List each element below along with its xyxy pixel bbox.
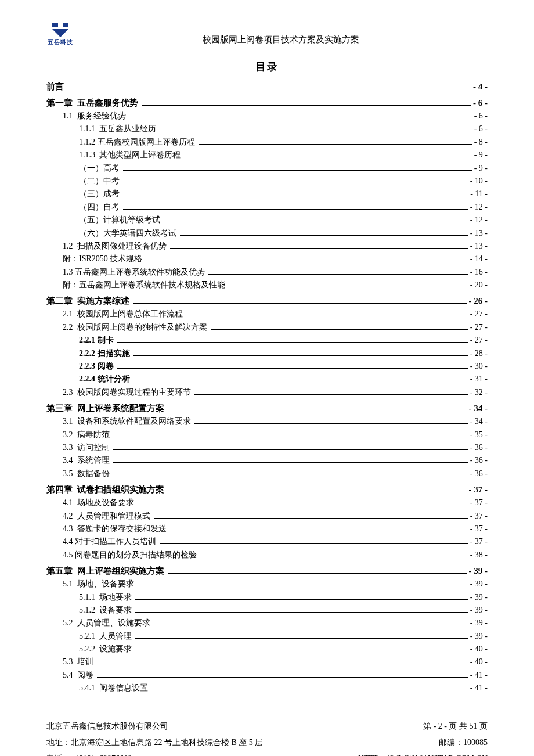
toc-entry-page: - 39 - xyxy=(470,578,488,591)
toc-leader-line xyxy=(211,329,468,330)
toc-entry[interactable]: 5.1.2 设备要求- 39 - xyxy=(46,604,488,617)
toc-entry-page: - 12 - xyxy=(470,201,488,214)
toc-entry-page: - 6 - xyxy=(473,96,488,110)
toc-entry-label: 2.2.2 扫描实施 xyxy=(79,347,130,360)
toc-entry[interactable]: 4.1 场地及设备要求- 37 - xyxy=(46,496,488,509)
toc-entry[interactable]: 4.5 阅卷题目的划分及扫描结果的检验- 38 - xyxy=(46,549,488,561)
toc-entry[interactable]: 5.2.1 人员管理- 39 - xyxy=(46,630,488,643)
footer-website: HTTP：//WWW.MAYSTAR.COM.CN xyxy=(358,751,488,756)
toc-entry[interactable]: 前言- 4 - xyxy=(46,80,488,93)
toc-entry[interactable]: 3.2 病毒防范- 35 - xyxy=(46,429,488,441)
toc-entry[interactable]: 4.2 人员管理和管理模式- 37 - xyxy=(46,510,488,523)
toc-entry[interactable]: 5.4.1 阅卷信息设置- 41 - xyxy=(46,682,488,694)
toc-leader-line xyxy=(67,88,471,89)
toc-entry[interactable]: 3.5 数据备份- 36 - xyxy=(46,467,488,480)
toc-entry[interactable]: （四）自考- 12 - xyxy=(46,201,488,214)
company-logo: 五岳科技 xyxy=(46,23,74,46)
toc-leader-line xyxy=(208,273,468,275)
toc-entry-page: - 31 - xyxy=(470,373,488,386)
toc-entry[interactable]: 附：五岳鑫网上评卷系统软件技术规格及性能- 20 - xyxy=(46,279,488,291)
toc-entry-page: - 41 - xyxy=(470,669,488,682)
toc-leader-line xyxy=(135,611,468,613)
toc-entry-page: - 36 - xyxy=(470,441,488,454)
toc-entry-label: 1.1 服务经验优势 xyxy=(63,110,126,123)
toc-entry[interactable]: （六）大学英语四六级考试- 13 - xyxy=(46,227,488,240)
toc-leader-line xyxy=(194,394,468,395)
toc-entry-page: - 27 - xyxy=(470,321,488,334)
toc-entry-page: - 39 - xyxy=(470,617,488,629)
toc-entry[interactable]: 1.1.2 五岳鑫校园版网上评卷历程- 8 - xyxy=(46,136,488,149)
toc-heading: 目录 xyxy=(46,60,488,74)
toc-entry[interactable]: 5.1 场地、设备要求- 39 - xyxy=(46,578,488,591)
toc-entry[interactable]: 5.2.2 设施要求- 40 - xyxy=(46,643,488,656)
toc-entry[interactable]: 1.2 扫描及图像处理设备优势- 13 - xyxy=(46,240,488,253)
toc-entry[interactable]: 5.3 培训- 40 - xyxy=(46,656,488,668)
toc-leader-line xyxy=(138,585,468,586)
toc-leader-line xyxy=(194,423,468,424)
toc-entry[interactable]: 4.4 对于扫描工作人员培训- 37 - xyxy=(46,535,488,548)
toc-entry-label: 5.3 培训 xyxy=(63,656,93,668)
toc-leader-line xyxy=(135,638,468,639)
toc-entry-label: （二）中考 xyxy=(79,175,120,188)
toc-entry[interactable]: （三）成考- 11 - xyxy=(46,188,488,200)
toc-entry[interactable]: 5.2 人员管理、设施要求- 39 - xyxy=(46,617,488,629)
toc-entry-label: 4.2 人员管理和管理模式 xyxy=(63,510,150,523)
toc-entry[interactable]: （一）高考- 9 - xyxy=(46,162,488,175)
toc-entry[interactable]: 1.1.1 五岳鑫从业经历- 6 - xyxy=(46,123,488,135)
svg-rect-1 xyxy=(63,23,68,27)
toc-entry[interactable]: 2.2.1 制卡- 27 - xyxy=(46,334,488,347)
toc-entry[interactable]: 1.3 五岳鑫网上评卷系统软件功能及优势- 16 - xyxy=(46,266,488,279)
toc-entry-page: - 39 - xyxy=(470,630,488,643)
toc-entry[interactable]: 第五章 网上评卷组织实施方案- 39 - xyxy=(46,564,488,578)
toc-leader-line xyxy=(180,235,468,236)
toc-entry-label: 3.5 数据备份 xyxy=(63,467,110,480)
toc-entry[interactable]: 2.2.3 阅卷- 30 - xyxy=(46,360,488,373)
toc-entry[interactable]: 第二章 实施方案综述- 26 - xyxy=(46,294,488,308)
toc-entry-page: - 8 - xyxy=(474,136,488,149)
toc-entry-page: - 35 - xyxy=(470,429,488,441)
toc-entry[interactable]: 1.1 服务经验优势- 6 - xyxy=(46,110,488,123)
toc-leader-line xyxy=(151,689,468,690)
toc-entry[interactable]: 2.3 校园版阅卷实现过程的主要环节- 32 - xyxy=(46,386,488,399)
toc-entry[interactable]: 2.2.4 统计分析- 31 - xyxy=(46,373,488,386)
toc-entry-label: 2.2.4 统计分析 xyxy=(79,373,130,386)
toc-entry-label: 4.4 对于扫描工作人员培训 xyxy=(63,535,156,548)
toc-entry[interactable]: 附：ISR2050 技术规格- 14 - xyxy=(46,253,488,265)
toc-entry-page: - 34 - xyxy=(469,401,488,415)
toc-entry-label: 5.4.1 阅卷信息设置 xyxy=(79,682,148,694)
page-header: 五岳科技 校园版网上阅卷项目技术方案及实施方案 xyxy=(46,23,488,49)
toc-entry[interactable]: 3.3 访问控制- 36 - xyxy=(46,441,488,454)
toc-entry-label: 第三章 网上评卷系统配置方案 xyxy=(46,401,164,415)
toc-entry[interactable]: （二）中考- 10 - xyxy=(46,175,488,188)
toc-entry-label: 4.3 答题卡的保存交接和发送 xyxy=(63,523,167,535)
toc-entry-page: - 6 - xyxy=(474,123,488,135)
toc-leader-line xyxy=(113,462,468,463)
toc-entry-page: - 37 - xyxy=(469,483,488,496)
toc-entry-page: - 40 - xyxy=(470,643,488,656)
toc-entry-label: 5.1.1 场地要求 xyxy=(79,591,132,604)
toc-entry[interactable]: 4.3 答题卡的保存交接和发送- 37 - xyxy=(46,523,488,535)
toc-leader-line xyxy=(154,517,468,519)
toc-entry[interactable]: 1.1.3 其他类型网上评卷历程- 9 - xyxy=(46,149,488,161)
toc-leader-line xyxy=(154,624,468,625)
toc-leader-line xyxy=(170,530,468,531)
toc-entry[interactable]: 第四章 试卷扫描组织实施方案- 37 - xyxy=(46,483,488,496)
toc-entry[interactable]: 5.4 阅卷- 41 - xyxy=(46,669,488,682)
toc-leader-line xyxy=(168,410,467,411)
toc-entry-label: 第四章 试卷扫描组织实施方案 xyxy=(46,483,164,496)
toc-entry[interactable]: 3.4 系统管理- 36 - xyxy=(46,454,488,467)
toc-entry-page: - 27 - xyxy=(470,308,488,321)
toc-leader-line xyxy=(117,368,468,369)
footer-postcode: 邮编：100085 xyxy=(439,735,488,751)
toc-entry[interactable]: 3.1 设备和系统软件配置及网络要求- 34 - xyxy=(46,415,488,428)
toc-entry[interactable]: 5.1.1 场地要求- 39 - xyxy=(46,591,488,604)
toc-entry-page: - 30 - xyxy=(470,360,488,373)
toc-entry[interactable]: 第三章 网上评卷系统配置方案- 34 - xyxy=(46,401,488,415)
toc-leader-line xyxy=(123,195,468,196)
toc-entry[interactable]: 2.2 校园版网上阅卷的独特性及解决方案- 27 - xyxy=(46,321,488,334)
toc-entry[interactable]: 2.2.2 扫描实施- 28 - xyxy=(46,347,488,360)
toc-entry[interactable]: 第一章 五岳鑫服务优势- 6 - xyxy=(46,96,488,110)
toc-entry-label: 5.1.2 设备要求 xyxy=(79,604,132,617)
toc-entry[interactable]: 2.1 校园版网上阅卷总体工作流程- 27 - xyxy=(46,308,488,321)
toc-entry[interactable]: （五）计算机等级考试- 12 - xyxy=(46,214,488,226)
